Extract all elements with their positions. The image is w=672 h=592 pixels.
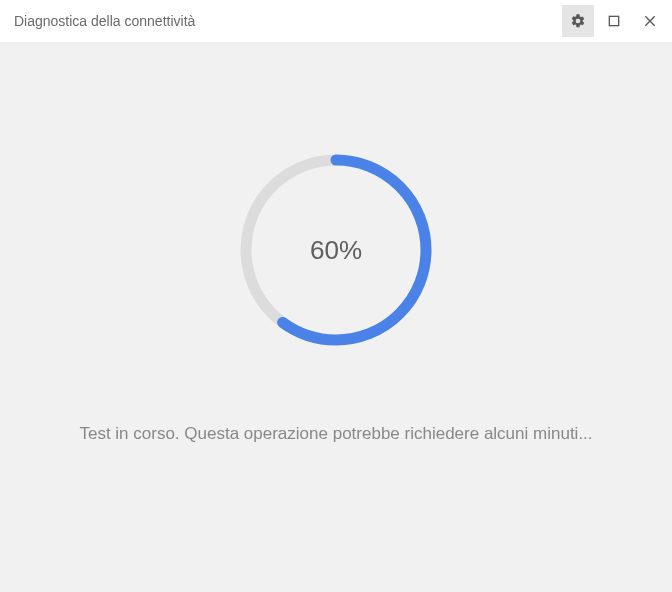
close-button[interactable]	[634, 5, 666, 37]
settings-button[interactable]	[562, 5, 594, 37]
close-icon	[642, 13, 658, 29]
progress-percent-label: 60%	[236, 150, 436, 350]
app-window: Diagnostica della connettività	[0, 0, 672, 592]
status-message: Test in corso. Questa operazione potrebb…	[79, 422, 592, 447]
maximize-button[interactable]	[598, 5, 630, 37]
gear-icon	[570, 13, 586, 29]
window-title: Diagnostica della connettività	[14, 13, 558, 29]
titlebar-controls	[558, 5, 672, 37]
content-area: 60% Test in corso. Questa operazione pot…	[0, 42, 672, 592]
maximize-icon	[606, 13, 622, 29]
svg-rect-0	[609, 16, 618, 25]
titlebar: Diagnostica della connettività	[0, 0, 672, 42]
progress-ring: 60%	[236, 150, 436, 350]
